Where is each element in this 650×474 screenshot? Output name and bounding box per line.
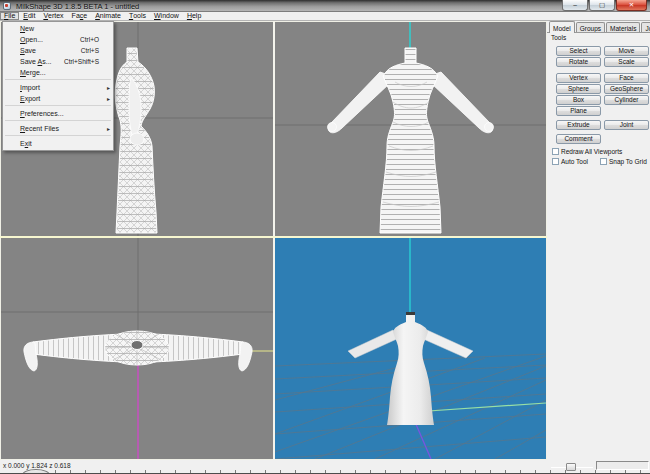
maximize-button[interactable]: ▢ — [589, 0, 615, 11]
rotate-button[interactable]: Rotate — [556, 57, 601, 67]
menu-item-save-as[interactable]: Save As... Ctrl+Shift+S — [3, 56, 113, 67]
redraw-all-viewports-checkbox[interactable] — [552, 148, 559, 155]
menu-item-open[interactable]: Open... Ctrl+O — [3, 34, 113, 45]
anim-slider-ticks — [55, 470, 649, 473]
perspective-model[interactable] — [348, 312, 473, 425]
select-button[interactable]: Select — [556, 46, 601, 56]
auto-tool-row: Auto Tool — [552, 158, 588, 165]
perspective-dress — [387, 315, 434, 425]
auto-tool-checkbox[interactable] — [552, 158, 559, 165]
menu-item-import[interactable]: Import ▸ — [3, 82, 113, 93]
minimize-button[interactable]: – — [562, 0, 588, 11]
menu-separator — [5, 79, 111, 80]
menu-separator — [5, 105, 111, 106]
front-view-right-hand — [485, 123, 494, 132]
face-button[interactable]: Face — [604, 73, 649, 83]
tools-section-label: Tools — [551, 34, 566, 41]
perspective-right-arm — [421, 330, 473, 358]
front-view-right-arm — [432, 72, 493, 133]
viewport-front-view[interactable] — [275, 22, 546, 236]
frame-number-box[interactable] — [596, 461, 649, 470]
menu-item-new[interactable]: New — [3, 23, 113, 34]
file-menu-dropdown: New Open... Ctrl+O Save Ctrl+S Save As..… — [2, 21, 114, 151]
menu-item-export[interactable]: Export ▸ — [3, 93, 113, 104]
menu-file[interactable]: File — [0, 12, 19, 20]
menubar: File Edit Vertex Face Animate Tools Wind… — [0, 12, 650, 21]
top-view-neck-hole — [131, 341, 143, 350]
joint-button[interactable]: Joint — [604, 120, 649, 130]
front-view-left-hand — [328, 123, 337, 132]
top-view-model[interactable] — [24, 331, 252, 371]
viewport-splitter-vertical[interactable] — [273, 21, 275, 460]
menu-window[interactable]: Window — [150, 12, 183, 20]
menu-separator — [5, 135, 111, 136]
tool-panel: Model Groups Materials Joints Tools Sele… — [547, 21, 650, 460]
submenu-arrow-icon: ▸ — [107, 125, 110, 132]
menu-face[interactable]: Face — [68, 12, 92, 20]
menu-edit[interactable]: Edit — [19, 12, 39, 20]
snap-to-grid-checkbox[interactable] — [600, 158, 607, 165]
milkshape-window: MilkShape 3D 1.8.5 BETA 1 - untitled – ▢… — [0, 0, 650, 474]
snap-to-grid-row: Snap To Grid — [600, 158, 647, 165]
comment-button[interactable]: Comment — [556, 134, 601, 144]
submenu-arrow-icon: ▸ — [107, 95, 110, 102]
titlebar[interactable]: MilkShape 3D 1.8.5 BETA 1 - untitled – ▢… — [0, 0, 650, 12]
viewport-top-view[interactable] — [1, 238, 273, 459]
menu-animate[interactable]: Animate — [91, 12, 125, 20]
app-icon — [3, 2, 11, 10]
top-view-right-hand — [239, 342, 252, 371]
menu-help[interactable]: Help — [183, 12, 205, 20]
window-title: MilkShape 3D 1.8.5 BETA 1 - untitled — [16, 2, 139, 11]
coordinate-readout: x 0.000 y 1.824 z 0.618 — [3, 462, 71, 469]
plane-button[interactable]: Plane — [556, 106, 601, 116]
perspective-left-arm — [348, 330, 399, 358]
sphere-button[interactable]: Sphere — [556, 84, 601, 94]
submenu-arrow-icon: ▸ — [107, 84, 110, 91]
box-button[interactable]: Box — [556, 95, 601, 105]
tab-model[interactable]: Model — [549, 21, 575, 33]
menu-vertex[interactable]: Vertex — [39, 12, 67, 20]
menu-separator — [5, 120, 111, 121]
side-view-hand — [130, 133, 144, 145]
menu-tools[interactable]: Tools — [125, 12, 150, 20]
front-view-left-arm — [328, 72, 389, 133]
redraw-all-viewports-row: Redraw All Viewports — [552, 148, 622, 155]
geosphere-button[interactable]: GeoSphere — [604, 84, 649, 94]
cylinder-button[interactable]: Cylinder — [604, 95, 649, 105]
menu-item-exit[interactable]: Exit — [3, 138, 113, 149]
extrude-button[interactable]: Extrude — [556, 120, 601, 130]
menu-item-preferences[interactable]: Preferences... — [3, 108, 113, 119]
viewport-splitter-horizontal[interactable] — [0, 236, 548, 238]
close-button[interactable]: ✕ — [616, 0, 647, 11]
front-view-model[interactable] — [328, 48, 494, 233]
menu-item-recent-files[interactable]: Recent Files ▸ — [3, 123, 113, 134]
top-view-left-hand — [24, 342, 37, 371]
anim-slider-thumb[interactable] — [22, 469, 50, 474]
move-button[interactable]: Move — [604, 46, 649, 56]
viewport-3d-view[interactable] — [275, 238, 546, 459]
vertex-button[interactable]: Vertex — [556, 73, 601, 83]
statusbar: x 0.000 y 1.824 z 0.618 — [0, 460, 650, 474]
menu-item-merge[interactable]: Merge... — [3, 67, 113, 78]
side-view-model[interactable] — [115, 48, 157, 233]
scale-button[interactable]: Scale — [604, 57, 649, 67]
menu-item-save[interactable]: Save Ctrl+S — [3, 45, 113, 56]
